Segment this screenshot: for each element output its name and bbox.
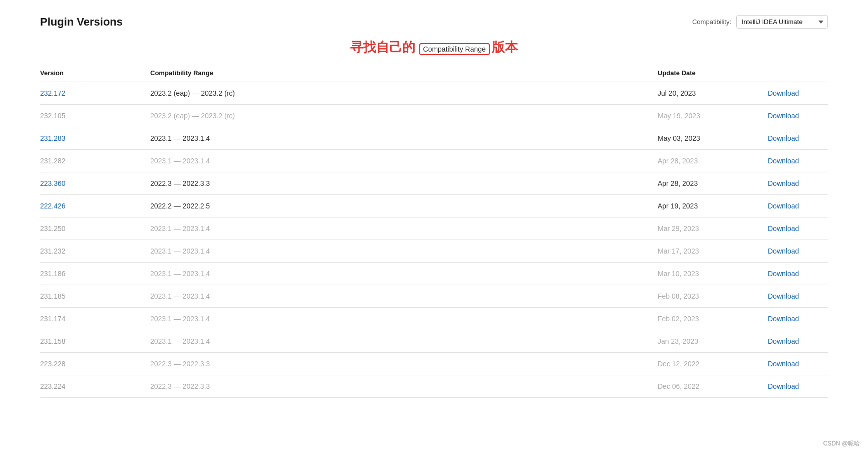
table-row: 232.1722023.2 (eap) — 2023.2 (rc)Jul 20,… [40, 82, 828, 105]
table-row: 231.2832023.1 — 2023.1.4May 03, 2023Down… [40, 127, 828, 150]
version-cell-12: 223.228 [40, 360, 150, 368]
compatibility-range-highlight: Compatibility Range [419, 43, 490, 55]
compat-text-8: 2023.1 — 2023.1.4 [150, 270, 210, 278]
compat-text-13: 2022.3 — 2022.3.3 [150, 382, 210, 390]
download-link-223.228[interactable]: Download [768, 360, 799, 368]
compatibility-label: Compatibility: [692, 18, 731, 26]
version-link-222.426[interactable]: 222.426 [40, 202, 66, 210]
download-link-231.232[interactable]: Download [768, 247, 799, 255]
download-link-231.250[interactable]: Download [768, 224, 799, 233]
version-cell-10: 231.174 [40, 315, 150, 323]
action-cell-10[interactable]: Download [768, 315, 828, 323]
compatibility-select[interactable]: IntelliJ IDEA Ultimate IntelliJ IDEA Com… [736, 15, 828, 29]
action-cell-12[interactable]: Download [768, 360, 828, 368]
compat-cell-13: 2022.3 — 2022.3.3 [150, 382, 658, 390]
action-cell-6[interactable]: Download [768, 224, 828, 233]
date-cell-6: Mar 29, 2023 [658, 224, 768, 233]
download-link-231.185[interactable]: Download [768, 292, 799, 300]
action-cell-8[interactable]: Download [768, 270, 828, 278]
date-text-13: Dec 06, 2022 [658, 382, 699, 390]
version-cell-8: 231.186 [40, 270, 150, 278]
compat-cell-4: 2022.3 — 2022.3.3 [150, 179, 658, 187]
download-link-231.186[interactable]: Download [768, 270, 799, 278]
date-cell-2: May 03, 2023 [658, 134, 768, 142]
annotation-box-label: Compatibility Range [423, 45, 486, 53]
version-text-231.174: 231.174 [40, 315, 66, 323]
download-link-223.224[interactable]: Download [768, 382, 799, 390]
table-row: 231.1852023.1 — 2023.1.4Feb 08, 2023Down… [40, 285, 828, 308]
download-link-232.172[interactable]: Download [768, 89, 799, 97]
date-text-10: Feb 02, 2023 [658, 315, 699, 323]
date-cell-4: Apr 28, 2023 [658, 179, 768, 187]
compat-text-12: 2022.3 — 2022.3.3 [150, 360, 210, 368]
table-row: 222.4262022.2 — 2022.2.5Apr 19, 2023Down… [40, 195, 828, 217]
compat-cell-12: 2022.3 — 2022.3.3 [150, 360, 658, 368]
version-cell-5[interactable]: 222.426 [40, 202, 150, 210]
table-body: 232.1722023.2 (eap) — 2023.2 (rc)Jul 20,… [40, 82, 828, 398]
compat-text-4: 2022.3 — 2022.3.3 [150, 179, 210, 187]
download-link-231.158[interactable]: Download [768, 337, 799, 345]
action-cell-2[interactable]: Download [768, 134, 828, 142]
download-link-222.426[interactable]: Download [768, 202, 799, 210]
version-link-231.283[interactable]: 231.283 [40, 134, 66, 142]
date-text-11: Jan 23, 2023 [658, 337, 698, 345]
date-text-12: Dec 12, 2022 [658, 360, 699, 368]
compat-cell-9: 2023.1 — 2023.1.4 [150, 292, 658, 300]
version-text-223.224: 223.224 [40, 382, 66, 390]
date-cell-5: Apr 19, 2023 [658, 202, 768, 210]
table-row: 231.2502023.1 — 2023.1.4Mar 29, 2023Down… [40, 217, 828, 240]
version-cell-0[interactable]: 232.172 [40, 89, 150, 97]
date-cell-0: Jul 20, 2023 [658, 89, 768, 97]
download-link-231.174[interactable]: Download [768, 315, 799, 323]
date-text-4: Apr 28, 2023 [658, 179, 698, 187]
action-cell-11[interactable]: Download [768, 337, 828, 345]
version-cell-11: 231.158 [40, 337, 150, 345]
version-text-231.250: 231.250 [40, 224, 66, 233]
table-row: 232.1052023.2 (eap) — 2023.2 (rc)May 19,… [40, 105, 828, 127]
download-link-231.282[interactable]: Download [768, 157, 799, 165]
download-link-231.283[interactable]: Download [768, 134, 799, 142]
header-version: Version [40, 69, 150, 77]
annotation-right-text: 版本 [492, 40, 518, 55]
date-text-0: Jul 20, 2023 [658, 89, 696, 97]
table-row: 231.1742023.1 — 2023.1.4Feb 02, 2023Down… [40, 308, 828, 330]
compat-text-6: 2023.1 — 2023.1.4 [150, 224, 210, 233]
date-text-7: Mar 17, 2023 [658, 247, 699, 255]
compat-cell-11: 2023.1 — 2023.1.4 [150, 337, 658, 345]
compat-text-9: 2023.1 — 2023.1.4 [150, 292, 210, 300]
date-text-3: Apr 28, 2023 [658, 157, 698, 165]
version-text-223.228: 223.228 [40, 360, 66, 368]
download-link-223.360[interactable]: Download [768, 179, 799, 187]
date-text-2: May 03, 2023 [658, 134, 700, 142]
version-cell-3: 231.282 [40, 157, 150, 165]
csdn-watermark: CSDN @昵哈 [823, 439, 860, 448]
download-link-232.105[interactable]: Download [768, 112, 799, 120]
compat-cell-10: 2023.1 — 2023.1.4 [150, 315, 658, 323]
version-cell-4[interactable]: 223.360 [40, 179, 150, 187]
table-row: 223.2242022.3 — 2022.3.3Dec 06, 2022Down… [40, 375, 828, 398]
table-header: Version Compatibility Range Update Date [40, 64, 828, 82]
action-cell-7[interactable]: Download [768, 247, 828, 255]
version-text-231.282: 231.282 [40, 157, 66, 165]
version-link-223.360[interactable]: 223.360 [40, 179, 66, 187]
action-cell-0[interactable]: Download [768, 89, 828, 97]
date-cell-9: Feb 08, 2023 [658, 292, 768, 300]
action-cell-4[interactable]: Download [768, 179, 828, 187]
compat-cell-0: 2023.2 (eap) — 2023.2 (rc) [150, 89, 658, 97]
table-row: 231.1862023.1 — 2023.1.4Mar 10, 2023Down… [40, 263, 828, 285]
page-title: Plugin Versions [40, 16, 123, 29]
version-link-232.172[interactable]: 232.172 [40, 89, 66, 97]
version-cell-9: 231.185 [40, 292, 150, 300]
action-cell-3[interactable]: Download [768, 157, 828, 165]
version-text-231.185: 231.185 [40, 292, 66, 300]
action-cell-9[interactable]: Download [768, 292, 828, 300]
version-cell-2[interactable]: 231.283 [40, 134, 150, 142]
action-cell-5[interactable]: Download [768, 202, 828, 210]
date-text-8: Mar 10, 2023 [658, 270, 699, 278]
date-text-6: Mar 29, 2023 [658, 224, 699, 233]
date-cell-7: Mar 17, 2023 [658, 247, 768, 255]
action-cell-1[interactable]: Download [768, 112, 828, 120]
compat-text-7: 2023.1 — 2023.1.4 [150, 247, 210, 255]
action-cell-13[interactable]: Download [768, 382, 828, 390]
compat-text-3: 2023.1 — 2023.1.4 [150, 157, 210, 165]
